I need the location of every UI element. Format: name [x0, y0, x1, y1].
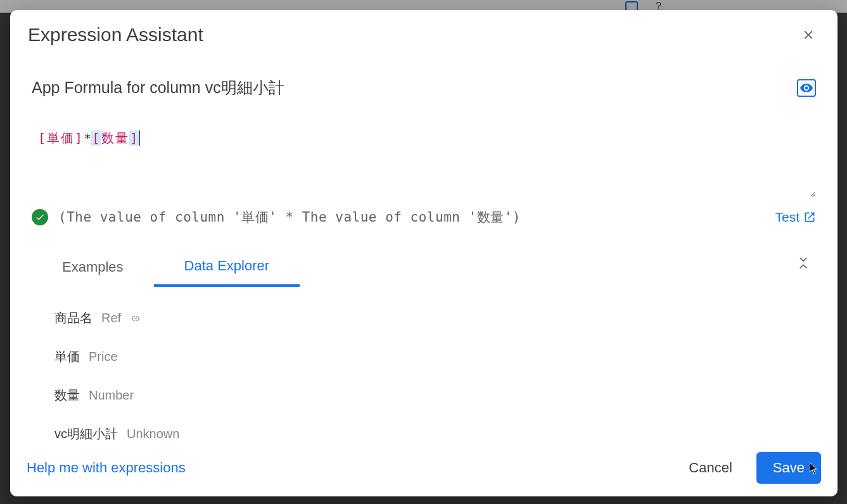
close-icon — [801, 28, 815, 42]
footer-actions: Cancel Save — [677, 452, 821, 484]
test-link[interactable]: Test — [775, 210, 816, 225]
explorer-item[interactable]: vc明細小計 Unknown — [54, 425, 816, 441]
open-external-icon — [803, 211, 816, 224]
modal-footer: Help me with expressions Cancel Save — [10, 441, 837, 496]
column-name: vc明細小計 — [54, 425, 118, 441]
column-type: Number — [89, 388, 134, 403]
column-type: Unknown — [127, 427, 179, 441]
column-type: Ref — [101, 311, 121, 325]
chevron-up-icon — [798, 263, 808, 270]
formula-subtitle: App Formula for column vc明細小計 — [32, 77, 284, 98]
data-explorer-list: 商品名 Ref 単価 Price 数量 Number vc明細小計 Unknow… — [32, 310, 816, 441]
cancel-button[interactable]: Cancel — [677, 452, 743, 484]
preview-toggle-button[interactable] — [797, 79, 816, 97]
resize-handle[interactable] — [807, 188, 815, 196]
link-icon — [130, 313, 141, 324]
validation-message: (The value of column '単価' * The value of… — [58, 208, 765, 226]
token-operator: * — [84, 130, 91, 146]
check-icon — [35, 212, 45, 222]
column-name: 単価 — [54, 348, 80, 365]
token-column-2: 数量 — [101, 130, 129, 146]
save-button[interactable]: Save — [756, 452, 821, 484]
explorer-item[interactable]: 単価 Price — [54, 348, 816, 365]
modal-body: App Formula for column vc明細小計 [単価]*[数量] … — [10, 51, 837, 441]
close-button[interactable] — [799, 26, 817, 44]
eye-icon — [800, 84, 813, 92]
token-bracket-close-2: ] — [129, 130, 140, 146]
chevron-down-icon — [798, 257, 808, 263]
subtitle-row: App Formula for column vc明細小計 — [32, 77, 816, 98]
expression-editor[interactable]: [単価]*[数量] — [32, 126, 816, 197]
expression-assistant-modal: Expression Assistant App Formula for col… — [10, 10, 837, 496]
tabs-row: Examples Data Explorer — [32, 250, 816, 287]
token-column-1: 単価 — [47, 130, 75, 146]
token-bracket-open-2: [ — [91, 130, 101, 146]
test-label: Test — [775, 210, 799, 225]
validation-row: (The value of column '単価' * The value of… — [32, 208, 816, 226]
token-bracket-open: [ — [38, 130, 47, 146]
collapse-panel-button[interactable] — [796, 254, 811, 273]
explorer-item[interactable]: 数量 Number — [54, 387, 816, 404]
tab-data-explorer[interactable]: Data Explorer — [154, 250, 300, 287]
explorer-item[interactable]: 商品名 Ref — [54, 310, 816, 327]
modal-title: Expression Assistant — [28, 24, 203, 46]
validation-success-icon — [32, 209, 48, 225]
tab-examples[interactable]: Examples — [32, 251, 154, 286]
column-name: 商品名 — [54, 310, 92, 327]
column-name: 数量 — [54, 387, 80, 404]
help-link[interactable]: Help me with expressions — [27, 460, 186, 476]
token-bracket-close: ] — [75, 130, 84, 146]
modal-header: Expression Assistant — [10, 10, 837, 51]
column-type: Price — [89, 350, 118, 364]
